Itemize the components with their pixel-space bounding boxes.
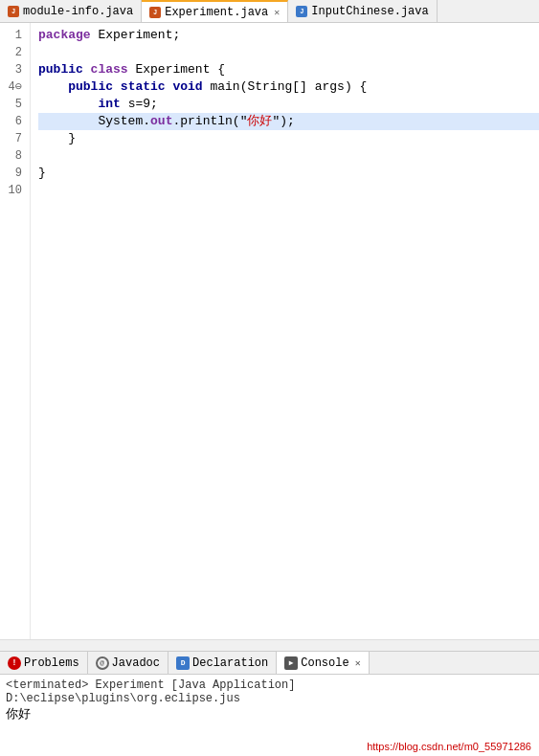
problems-icon: ! — [8, 656, 21, 670]
class-name: Experiment { — [135, 61, 225, 78]
bottom-tab-bar: ! Problems @ Javadoc D Declaration ▶ Con… — [0, 652, 539, 675]
tab-javadoc[interactable]: @ Javadoc — [88, 652, 168, 674]
watermark: https://blog.csdn.net/m0_55971286 — [367, 741, 531, 752]
tab-problems-label: Problems — [24, 656, 79, 670]
kw-void: void — [172, 78, 210, 96]
code-line-7: } — [38, 130, 539, 147]
tab-module-info[interactable]: J module-info.java — [0, 0, 142, 22]
tab-experiment[interactable]: J Experiment.java ✕ — [142, 0, 288, 22]
close-brace-outer: } — [38, 165, 46, 182]
kw-out: out — [150, 113, 172, 130]
kw-public: public — [38, 61, 91, 78]
tab-bar: J module-info.java J Experiment.java ✕ J… — [0, 0, 539, 23]
code-content[interactable]: package Experiment; public class Experim… — [31, 23, 539, 639]
code-line-10 — [38, 182, 539, 199]
java-icon-3: J — [296, 6, 307, 17]
line-num-9: 9 — [0, 165, 26, 182]
code-line-2 — [38, 44, 539, 61]
main-sig: main(String[] args) { — [210, 78, 367, 96]
code-indent3: System. — [38, 113, 150, 130]
code-indent — [38, 78, 68, 96]
terminated-line: <terminated> Experiment [Java Applicatio… — [6, 678, 533, 705]
println-close: "); — [272, 113, 294, 130]
chinese-str: 你好 — [247, 113, 272, 130]
code-line-3: public class Experiment { — [38, 61, 539, 78]
line-num-6: 6 — [0, 113, 26, 130]
code-line-9: } — [38, 165, 539, 182]
horizontal-scrollbar[interactable] — [0, 639, 539, 651]
tab-module-info-label: module-info.java — [23, 5, 133, 18]
tab-console[interactable]: ▶ Console ✕ — [277, 652, 369, 674]
tab-declaration[interactable]: D Declaration — [168, 652, 277, 674]
code-indent2 — [38, 96, 98, 113]
kw-public2: public — [68, 78, 121, 96]
close-brace-inner: } — [38, 130, 76, 147]
line-num-4: 4⊖ — [0, 78, 26, 96]
tab-console-close[interactable]: ✕ — [355, 657, 361, 669]
code-line-8 — [38, 147, 539, 165]
kw-int: int — [98, 96, 120, 113]
console-icon: ▶ — [284, 656, 298, 670]
editor-area: 1 2 3 4⊖ 5 6 7 8 9 10 package Experiment… — [0, 23, 539, 639]
declaration-icon: D — [176, 656, 190, 670]
line-num-3: 3 — [0, 61, 26, 78]
line-num-8: 8 — [0, 147, 26, 165]
tab-inputchinese[interactable]: J InputChinese.java — [288, 0, 437, 22]
kw-package: package — [38, 27, 98, 44]
tab-problems[interactable]: ! Problems — [0, 652, 88, 674]
code-line-5: int s=9; — [38, 96, 539, 113]
code-line-4: public static void main(String[] args) { — [38, 78, 539, 96]
java-icon: J — [8, 6, 19, 17]
java-icon-2: J — [149, 7, 161, 18]
kw-class: class — [91, 61, 136, 78]
kw-static: static — [121, 78, 173, 96]
tab-inputchinese-label: InputChinese.java — [311, 5, 428, 18]
bottom-panel: ! Problems @ Javadoc D Declaration ▶ Con… — [0, 651, 539, 756]
code-line-6: System.out.println("你好"); — [38, 113, 539, 130]
println-open: .println(" — [172, 113, 247, 130]
output-line: 你好 — [6, 705, 533, 723]
line-num-2: 2 — [0, 44, 26, 61]
tab-console-label: Console — [301, 656, 348, 670]
bottom-panel-wrapper: <terminated> Experiment [Java Applicatio… — [0, 675, 539, 756]
code-text: Experiment; — [98, 27, 180, 44]
javadoc-icon: @ — [96, 656, 109, 670]
tab-javadoc-label: Javadoc — [112, 656, 160, 670]
code-line-1: package Experiment; — [38, 27, 539, 44]
line-num-10: 10 — [0, 182, 26, 199]
var-s: s=9; — [121, 96, 158, 113]
line-num-1: 1 — [0, 27, 26, 44]
line-num-5: 5 — [0, 96, 26, 113]
line-numbers: 1 2 3 4⊖ 5 6 7 8 9 10 — [0, 23, 31, 639]
tab-declaration-label: Declaration — [192, 656, 268, 670]
line-num-7: 7 — [0, 130, 26, 147]
tab-experiment-close[interactable]: ✕ — [274, 7, 280, 18]
tab-experiment-label: Experiment.java — [165, 6, 268, 19]
